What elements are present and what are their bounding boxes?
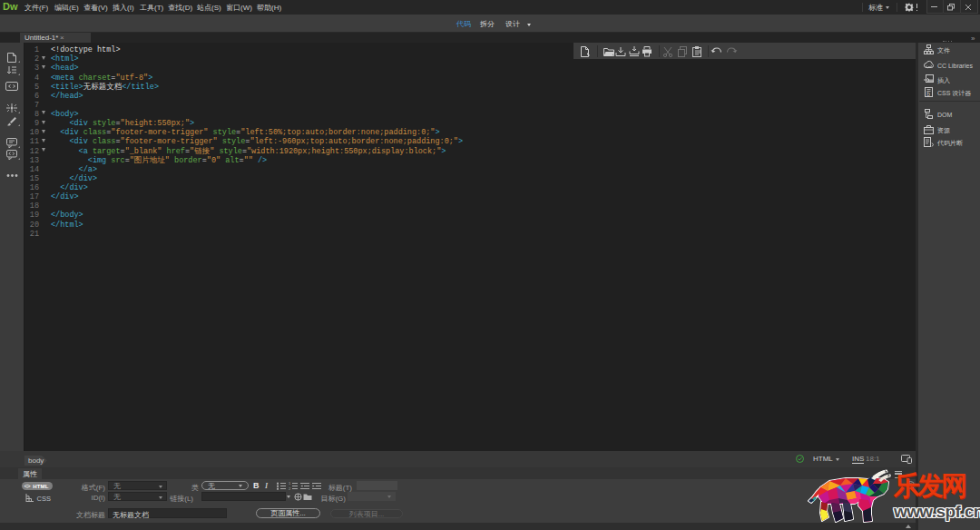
svg-text:2: 2 <box>289 486 291 490</box>
svg-text:b: b <box>926 91 930 97</box>
